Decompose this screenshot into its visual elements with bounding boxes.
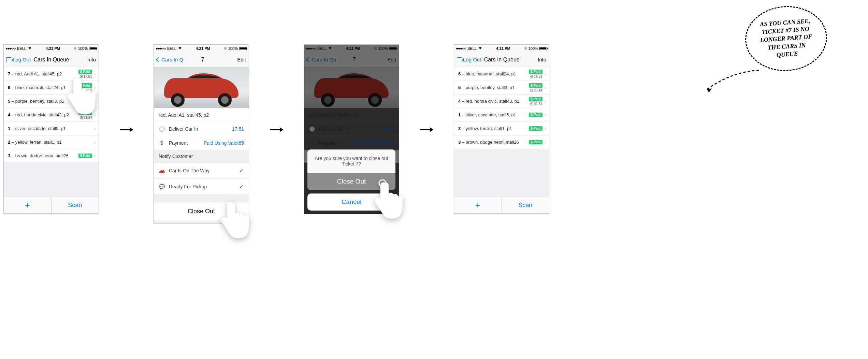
paid-badge: $ Paid xyxy=(78,70,92,74)
chevron-left-icon xyxy=(156,57,161,62)
nav-info[interactable]: Info xyxy=(72,57,96,62)
chevron-right-icon: › xyxy=(94,71,96,77)
deliver-time: 17:51 xyxy=(232,126,244,132)
flow-arrow xyxy=(119,126,133,133)
bluetooth-icon: ✽ xyxy=(524,46,527,51)
wifi-icon xyxy=(178,46,182,51)
nav-left-label: Cars In Q xyxy=(161,57,183,62)
plus-icon: + xyxy=(475,200,480,211)
queue-list: 7 – red, Audi A1, stall45, p2 $ Paid17:5… xyxy=(4,67,99,163)
nav-title: Cars In Queue xyxy=(484,57,520,63)
bluetooth-icon: ✽ xyxy=(74,46,77,51)
paid-badge: $ Paid xyxy=(78,83,92,88)
signal-icon xyxy=(456,48,466,49)
screen-queue-after: BELL 4:21 PM ✽ 100% Log Out Cars In Queu… xyxy=(454,44,549,214)
paid-badge: $ Paid xyxy=(529,113,542,117)
list-item[interactable]: 2 – yellow, ferrari, stall1, p1 $ Paid › xyxy=(454,122,549,135)
battery-pct: 100% xyxy=(529,46,538,51)
nav-title: 7 xyxy=(201,57,204,63)
chevron-right-icon: › xyxy=(94,98,96,104)
car-photo xyxy=(154,67,249,108)
list-item[interactable]: 7 – red, Audi A1, stall45, p2 $ Paid17:5… xyxy=(4,67,99,81)
queue-list: 6 – blue, maserati, stall24, p1 $ Paid19… xyxy=(454,67,549,149)
add-button[interactable]: + xyxy=(454,197,502,213)
sheet-confirm-button[interactable]: Close Out xyxy=(307,173,395,190)
payment-row[interactable]: $ Payment Paid Using Valet65 xyxy=(154,136,249,150)
nav-right-label: Info xyxy=(538,57,546,62)
list-item[interactable]: 1 – silver, escalade, stall5, p1 $ Paid … xyxy=(454,108,549,122)
screen-confirm-dialog: BELL 4:21 PM ✽ 100% Cars In Qu 7 Edit xyxy=(304,44,399,214)
spacer xyxy=(154,220,249,223)
notify-header: Notify Customer xyxy=(154,150,249,163)
add-button[interactable]: + xyxy=(4,197,52,213)
empty-area xyxy=(454,149,549,197)
list-item[interactable]: 4 – red, honda civic, stall43, p2 $ Paid… xyxy=(4,108,99,122)
chevron-right-icon: › xyxy=(545,71,546,77)
carrier: BELL xyxy=(167,46,176,51)
signal-icon xyxy=(306,48,316,49)
nav-logout[interactable]: Log Out xyxy=(457,57,481,62)
dollar-icon: $ xyxy=(309,140,315,146)
screen-ticket-detail: BELL 4:21 PM ✽ 100% Cars In Q 7 Edit xyxy=(154,44,249,224)
bottom-toolbar: + Scan xyxy=(454,197,549,213)
nav-back[interactable]: Cars In Q xyxy=(157,57,183,62)
nav-title: Cars In Queue xyxy=(34,57,69,63)
clock-icon: 🕒 xyxy=(159,126,165,132)
status-bar: BELL 4:21 PM ✽ 100% xyxy=(4,45,99,52)
notify-ready[interactable]: 💬 Ready For Pickup ✓ xyxy=(154,179,249,195)
clock-icon xyxy=(80,89,83,92)
nav-left-label: Log Out xyxy=(463,57,481,62)
paid-badge: $ Paid xyxy=(529,97,542,101)
nav-edit: Edit xyxy=(372,57,396,62)
battery-pct: 100% xyxy=(78,46,88,51)
chevron-right-icon: › xyxy=(94,139,96,145)
chevron-right-icon: › xyxy=(94,112,96,118)
chevron-right-icon: › xyxy=(545,139,546,145)
carrier: BELL xyxy=(317,46,327,51)
nav-title: 7 xyxy=(353,57,356,63)
car-description: red, Audi A1, stall45, p2 xyxy=(154,108,249,122)
clock-icon xyxy=(80,102,83,105)
scan-button[interactable]: Scan xyxy=(502,197,549,213)
nav-bar: Cars In Qu 7 Edit xyxy=(304,52,399,67)
bottom-toolbar: + Scan xyxy=(4,197,99,213)
list-item[interactable]: 2 – yellow, ferrari, stall1, p1 › xyxy=(4,135,99,149)
plus-icon: + xyxy=(25,200,30,211)
list-item[interactable]: 5 – purple, bentley, stall3, p1 $ Paid25… xyxy=(454,81,549,95)
list-item[interactable]: 6 – blue, maserati, stall24, p1 $ Paid19… xyxy=(454,67,549,81)
deliver-row[interactable]: 🕒 Deliver Car In 17:51 xyxy=(154,122,249,136)
status-bar: BELL 4:21 PM ✽ 100% xyxy=(304,45,399,52)
logout-icon xyxy=(6,57,11,62)
list-item[interactable]: 4 – red, honda civic, stall43, p2 $ Paid… xyxy=(454,95,549,108)
scan-button[interactable]: Scan xyxy=(52,197,99,213)
list-item[interactable]: 3 – brown, dodge neon, stall26 $ Paid › xyxy=(454,135,549,149)
notify-on-the-way[interactable]: 🚗 Car Is On The Way ✓ xyxy=(154,163,249,179)
checkmark-icon: ✓ xyxy=(239,183,244,190)
sheet-cancel-button[interactable]: Cancel xyxy=(307,193,395,211)
payment-value: Paid Using Valet65 xyxy=(354,140,394,146)
list-item[interactable]: 3 – brown, dodge neon, stall26 $ Paid › xyxy=(4,149,99,163)
nav-logout[interactable]: Log Out xyxy=(6,57,31,62)
logout-icon xyxy=(457,57,462,62)
paid-badge: $ Paid xyxy=(78,111,92,115)
car-photo xyxy=(304,67,399,108)
chevron-right-icon: › xyxy=(94,126,96,132)
clock: 4:21 PM xyxy=(46,46,60,51)
battery-pct: 100% xyxy=(228,46,238,51)
nav-left-label: Log Out xyxy=(13,57,31,62)
nav-right-label: Edit xyxy=(387,57,396,62)
clock: 4:21 PM xyxy=(496,46,510,51)
list-item[interactable]: 6 – blue, maserati, stall24, p1 $ Paid19… xyxy=(4,81,99,95)
paid-badge: $ Paid xyxy=(78,154,92,158)
close-out-button[interactable]: Close Out xyxy=(154,202,249,220)
paid-badge: $ Paid xyxy=(78,97,92,101)
carrier: BELL xyxy=(467,46,477,51)
nav-info[interactable]: Info xyxy=(522,57,546,62)
spacer xyxy=(154,195,249,202)
chevron-right-icon: › xyxy=(545,98,546,104)
nav-right-label: Edit xyxy=(237,57,246,62)
list-item[interactable]: 1 – silver, escalade, stall5, p1 › xyxy=(4,122,99,135)
list-item[interactable]: 5 – purple, bentley, stall3, p1 $ Paid25… xyxy=(4,95,99,108)
nav-edit[interactable]: Edit xyxy=(222,57,246,62)
empty-area xyxy=(4,163,99,197)
